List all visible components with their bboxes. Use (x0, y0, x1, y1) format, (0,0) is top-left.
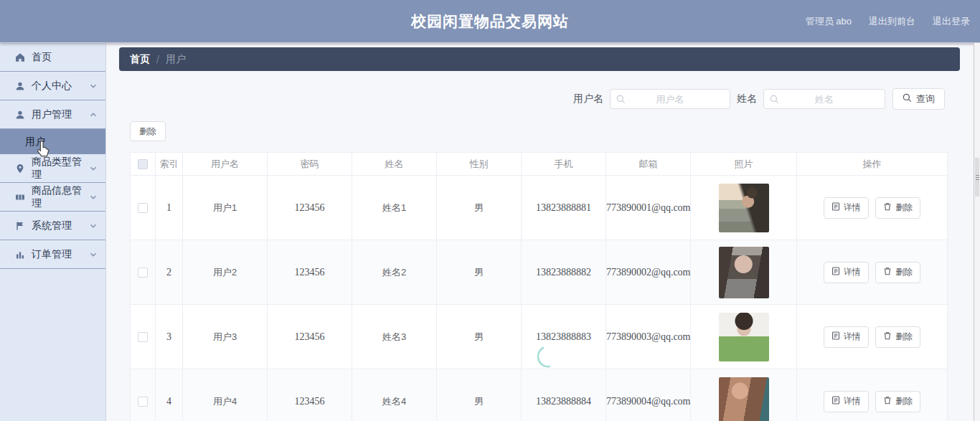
row-checkbox[interactable] (138, 397, 148, 407)
delete-button[interactable]: 删除 (875, 197, 920, 219)
cell-photo (691, 305, 797, 369)
sidebar-item-product-type-management[interactable]: 商品类型管理 (0, 154, 105, 183)
sidebar-item-home[interactable]: 首页 (0, 43, 105, 72)
chevron-down-icon (90, 82, 97, 90)
cell-username: 用户2 (183, 240, 268, 305)
search-bar: 用户名 姓名 查询 (106, 88, 945, 110)
sidebar-item-label: 个人中心 (32, 80, 83, 93)
detail-button[interactable]: 详情 (824, 391, 869, 412)
cell-photo (691, 240, 797, 305)
col-header-email: 邮箱 (606, 153, 691, 176)
row-checkbox[interactable] (138, 268, 148, 278)
header-checkbox-cell (131, 153, 156, 176)
sidebar-item-product-info-management[interactable]: 商品信息管理 (0, 183, 105, 212)
delete-button-label: 删除 (895, 266, 913, 278)
cell-username: 用户1 (183, 176, 268, 240)
name-label: 姓名 (737, 93, 757, 105)
query-button-label: 查询 (916, 93, 935, 105)
chevron-down-icon (90, 251, 97, 258)
logout-link[interactable]: 退出登录 (933, 15, 970, 28)
cell-photo (691, 176, 797, 240)
table-row: 4 用户4 123456 姓名4 男 13823888884 773890004… (131, 369, 948, 421)
document-icon (831, 202, 840, 213)
cell-gender: 男 (437, 176, 522, 240)
home-icon (14, 52, 25, 62)
cell-name: 姓名1 (352, 176, 437, 240)
delete-button[interactable]: 删除 (875, 262, 920, 283)
cell-username: 用户3 (183, 305, 268, 369)
query-button[interactable]: 查询 (892, 88, 945, 110)
delete-button-label: 删除 (895, 331, 913, 343)
name-field-wrap (763, 89, 885, 109)
scrollbar-thumb[interactable] (975, 158, 979, 197)
sidebar-item-label: 系统管理 (32, 219, 83, 232)
cell-email: 773890003@qq.com (606, 305, 691, 369)
checkbox-cell (131, 369, 156, 421)
breadcrumb-home[interactable]: 首页 (130, 53, 150, 66)
detail-button[interactable]: 详情 (824, 197, 869, 219)
delete-button[interactable]: 删除 (875, 326, 920, 348)
table-row: 1 用户1 123456 姓名1 男 13823888881 773890001… (131, 176, 948, 240)
cell-email: 773890004@qq.com (606, 369, 691, 421)
sidebar-item-user-management[interactable]: 用户管理 (0, 100, 105, 129)
cell-index: 1 (156, 176, 183, 240)
sidebar: 首页 个人中心 用户管理 用户 商品类型管 (0, 43, 106, 421)
user-icon (14, 81, 25, 91)
col-header-actions: 操作 (797, 153, 948, 176)
row-checkbox[interactable] (138, 332, 148, 342)
chevron-down-icon (90, 194, 97, 201)
select-all-checkbox[interactable] (138, 159, 148, 169)
chevron-up-icon (90, 111, 97, 118)
cell-password: 123456 (268, 305, 352, 369)
breadcrumb: 首页 / 用户 (119, 47, 960, 71)
cell-actions: 详情 删除 (797, 176, 948, 240)
users-table: 索引 用户名 密码 姓名 性别 手机 邮箱 照片 操作 1 用户1 123456 (130, 152, 948, 421)
cell-index: 4 (156, 369, 183, 421)
cell-actions: 详情 删除 (797, 305, 948, 369)
cell-name: 姓名4 (352, 369, 437, 421)
bar-chart-icon (14, 250, 25, 260)
sidebar-item-user[interactable]: 用户 (0, 129, 105, 154)
delete-button-label: 删除 (895, 202, 913, 214)
col-header-phone: 手机 (522, 153, 606, 176)
document-icon (831, 267, 840, 278)
cell-gender: 男 (437, 240, 522, 305)
user-photo (719, 247, 769, 298)
chevron-down-icon (90, 165, 97, 172)
col-header-username: 用户名 (183, 153, 268, 176)
name-input[interactable] (764, 94, 885, 105)
sidebar-item-system-management[interactable]: 系统管理 (0, 212, 105, 240)
sidebar-item-label: 用户管理 (32, 108, 83, 121)
sidebar-item-personal-center[interactable]: 个人中心 (0, 72, 105, 100)
app-header: 校园闲置物品交易网站 管理员 abo 退出到前台 退出登录 (0, 0, 980, 43)
checkbox-cell (131, 176, 156, 240)
delete-button-label: 删除 (895, 395, 913, 407)
users-icon (14, 110, 25, 120)
delete-button[interactable]: 删除 (875, 391, 920, 412)
vertical-scrollbar[interactable] (974, 43, 980, 421)
detail-button[interactable]: 详情 (824, 326, 869, 348)
cell-photo (691, 369, 797, 421)
detail-button-label: 详情 (844, 266, 861, 278)
sidebar-subitem-label: 用户 (25, 136, 45, 147)
breadcrumb-current: 用户 (166, 53, 186, 66)
sidebar-item-label: 首页 (32, 51, 97, 64)
table-row: 2 用户2 123456 姓名2 男 13823888882 773890002… (131, 240, 948, 305)
breadcrumb-separator: / (156, 54, 159, 65)
exit-to-front-link[interactable]: 退出到前台 (869, 15, 915, 28)
detail-button[interactable]: 详情 (824, 262, 869, 283)
row-checkbox[interactable] (138, 203, 148, 213)
user-photo (719, 184, 769, 232)
checkbox-cell (131, 305, 156, 369)
sidebar-item-order-management[interactable]: 订单管理 (0, 240, 105, 269)
flag-icon (14, 221, 25, 231)
search-icon (616, 95, 626, 106)
app-root: 校园闲置物品交易网站 管理员 abo 退出到前台 退出登录 首页 个人中心 (0, 0, 980, 421)
username-input[interactable] (611, 94, 730, 105)
sidebar-item-label: 商品信息管理 (32, 184, 83, 210)
cell-index: 2 (156, 240, 183, 305)
cell-phone: 13823888882 (522, 240, 606, 305)
trash-icon (883, 331, 892, 342)
batch-delete-button[interactable]: 删除 (130, 121, 166, 141)
cell-email: 773890001@qq.com (606, 176, 691, 240)
